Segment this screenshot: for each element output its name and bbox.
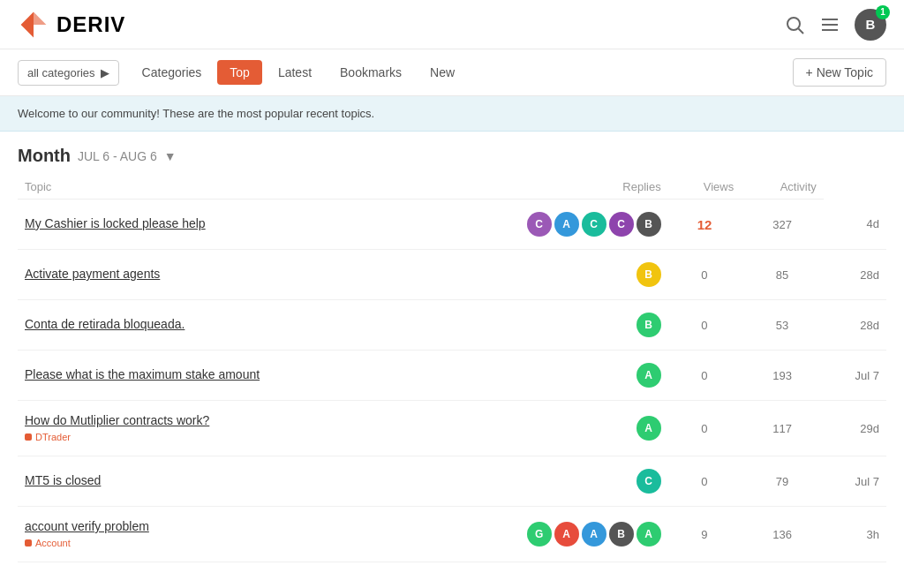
categories-dropdown[interactable]: all categories ▶ <box>18 60 119 86</box>
table-row: Activate payment agentsB08528d <box>18 250 886 300</box>
topic-tag[interactable]: DTrader <box>25 432 71 442</box>
new-topic-button[interactable]: + New Topic <box>793 58 886 87</box>
categories-label: all categories <box>27 66 95 79</box>
welcome-text: Welcome to our community! These are the … <box>18 107 374 120</box>
mini-avatar: A <box>637 416 661 441</box>
table-row: account verify problemAccountGAABA91363h <box>18 507 886 562</box>
mini-avatar: C <box>527 212 552 237</box>
date-range: JUL 6 - AUG 6 <box>78 149 157 163</box>
replies-count: 12 <box>668 200 742 250</box>
mini-avatar: A <box>554 212 579 237</box>
avatars-cell: B <box>426 250 668 300</box>
avatars-cell: CACCB <box>426 200 668 250</box>
activity-time: 29d <box>824 401 886 456</box>
topic-tag[interactable]: Account <box>25 538 71 548</box>
views-count: 79 <box>741 456 824 507</box>
replies-count: 0 <box>668 401 742 456</box>
nav-new[interactable]: New <box>418 60 467 85</box>
topic-cell: account verify problemAccount <box>18 507 426 562</box>
table-row: Please what is the maximum stake amountA… <box>18 351 886 401</box>
mini-avatar: B <box>637 212 661 237</box>
mini-avatar: A <box>637 522 661 547</box>
month-chevron-icon[interactable]: ▼ <box>164 149 177 163</box>
notification-badge: 1 <box>876 5 890 19</box>
views-count: 117 <box>741 401 824 456</box>
mini-avatar: B <box>637 313 661 337</box>
replies-count: 0 <box>668 250 742 300</box>
activity-time: 3h <box>824 507 886 562</box>
topic-cell: MT5 is closed <box>18 456 426 507</box>
col-activity: Activity <box>741 175 824 200</box>
topic-title[interactable]: My Cashier is locked please help <box>25 216 418 230</box>
table-row: Conta de retirada bloqueada.B05328d <box>18 300 886 351</box>
avatars-cell: GAABA <box>426 507 668 562</box>
views-count: 193 <box>741 351 824 401</box>
activity-time: Jul 7 <box>824 351 886 401</box>
mini-avatar: C <box>609 212 634 237</box>
month-header: Month JUL 6 - AUG 6 ▼ <box>18 132 886 175</box>
avatars-cell: B <box>426 300 668 351</box>
mini-avatar: G <box>527 522 552 547</box>
logo[interactable]: DERIV <box>18 9 125 41</box>
topics-table: Topic Replies Views Activity My Cashier … <box>18 175 886 562</box>
nav-left: all categories ▶ Categories Top Latest B… <box>18 60 467 86</box>
svg-marker-1 <box>34 11 46 24</box>
mini-avatar: C <box>582 212 606 237</box>
avatars-cell: A <box>426 401 668 456</box>
avatars-cell: C <box>426 456 668 507</box>
replies-count: 0 <box>668 456 742 507</box>
menu-icon[interactable] <box>819 14 840 35</box>
col-topic: Topic <box>18 175 426 200</box>
views-count: 327 <box>741 200 824 250</box>
header: DERIV B 1 <box>0 0 904 49</box>
user-avatar-wrapper[interactable]: B 1 <box>855 9 886 41</box>
mini-avatar: C <box>637 469 661 494</box>
mini-avatar: B <box>637 262 661 287</box>
topic-cell: My Cashier is locked please help <box>18 200 426 250</box>
header-actions: B 1 <box>784 9 886 41</box>
search-icon[interactable] <box>784 14 805 35</box>
col-replies: Replies <box>426 175 668 200</box>
activity-time: 28d <box>824 250 886 300</box>
topic-cell: Activate payment agents <box>18 250 426 300</box>
svg-line-3 <box>799 28 804 34</box>
table-row: My Cashier is locked please helpCACCB123… <box>18 200 886 250</box>
col-views: Views <box>668 175 742 200</box>
topic-title[interactable]: MT5 is closed <box>25 473 418 487</box>
activity-time: 28d <box>824 300 886 351</box>
mini-avatar: B <box>609 522 634 547</box>
new-topic-label: + New Topic <box>806 65 873 79</box>
deriv-logo-icon <box>18 9 49 41</box>
month-label: Month <box>18 146 71 166</box>
replies-count: 0 <box>668 351 742 401</box>
activity-time: 4d <box>824 200 886 250</box>
nav-categories[interactable]: Categories <box>130 60 215 85</box>
mini-avatar: A <box>554 522 579 547</box>
topic-title[interactable]: Conta de retirada bloqueada. <box>25 317 418 331</box>
views-count: 85 <box>741 250 824 300</box>
activity-time: Jul 7 <box>824 456 886 507</box>
topic-title[interactable]: How do Mutliplier contracts work? <box>25 413 418 427</box>
table-row: How do Mutliplier contracts work?DTrader… <box>18 401 886 456</box>
categories-chevron-icon: ▶ <box>101 66 109 79</box>
svg-marker-0 <box>21 11 34 37</box>
logo-text: DERIV <box>56 12 125 37</box>
table-row: MT5 is closedC079Jul 7 <box>18 456 886 507</box>
topic-title[interactable]: Please what is the maximum stake amount <box>25 367 418 381</box>
main-content: Month JUL 6 - AUG 6 ▼ Topic Replies View… <box>0 132 904 562</box>
welcome-banner: Welcome to our community! These are the … <box>0 96 904 132</box>
nav-latest[interactable]: Latest <box>266 60 324 85</box>
topic-title[interactable]: account verify problem <box>25 519 418 533</box>
mini-avatar: A <box>637 363 661 388</box>
nav-bar: all categories ▶ Categories Top Latest B… <box>0 49 904 96</box>
views-count: 136 <box>741 507 824 562</box>
topic-cell: How do Mutliplier contracts work?DTrader <box>18 401 426 456</box>
replies-count: 0 <box>668 300 742 351</box>
avatars-cell: A <box>426 351 668 401</box>
topic-cell: Please what is the maximum stake amount <box>18 351 426 401</box>
replies-count: 9 <box>668 507 742 562</box>
svg-point-2 <box>787 18 800 30</box>
nav-top[interactable]: Top <box>217 60 262 85</box>
topic-title[interactable]: Activate payment agents <box>25 267 418 281</box>
nav-bookmarks[interactable]: Bookmarks <box>328 60 414 85</box>
